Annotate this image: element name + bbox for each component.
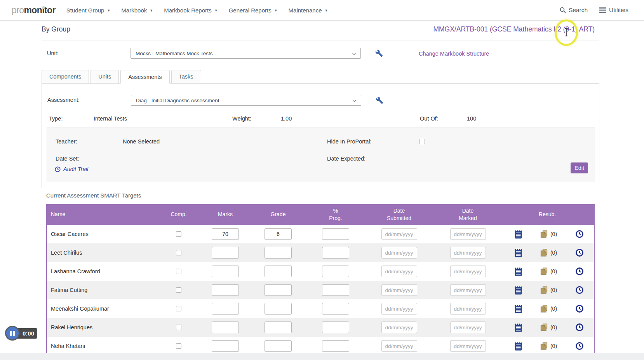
marks-table: Name Comp. Marks Grade % Prog. Date Subm…	[46, 204, 595, 353]
utilities-button[interactable]: Utilities	[599, 7, 628, 14]
student-name: Lashanna Crawford	[47, 262, 155, 281]
percent-progress-input[interactable]	[322, 228, 349, 240]
table-row: Fatima Cutting (0)	[47, 281, 594, 299]
column-header-percent-prog: % Prog.	[308, 204, 363, 225]
date-marked-input[interactable]	[450, 303, 486, 315]
percent-progress-input[interactable]	[322, 340, 349, 352]
student-name: Leet Chirilus	[47, 243, 155, 262]
nav-item-student-group[interactable]: Student Group▼	[61, 0, 116, 21]
resub-clock-icon[interactable]	[575, 267, 584, 276]
tab-assessments[interactable]: Assessments	[120, 70, 169, 84]
change-markbook-structure-link[interactable]: Change Markbook Structure	[419, 51, 489, 57]
search-button[interactable]: Search	[560, 7, 588, 14]
marks-input[interactable]	[212, 228, 239, 240]
resub-clock-icon[interactable]	[575, 323, 584, 332]
date-marked-input[interactable]	[450, 266, 486, 277]
comp-checkbox[interactable]	[176, 306, 181, 311]
notes-icon[interactable]	[515, 248, 522, 257]
grade-input[interactable]	[265, 340, 292, 352]
edit-button[interactable]: Edit	[571, 163, 588, 173]
percent-progress-input[interactable]	[322, 303, 349, 315]
marks-input[interactable]	[212, 266, 239, 277]
date-submitted-input[interactable]	[381, 228, 417, 240]
column-header-date-marked: Date Marked	[435, 204, 501, 225]
comp-checkbox[interactable]	[176, 269, 181, 274]
grade-input[interactable]	[265, 284, 292, 296]
resubmission-files-button[interactable]: (0)	[540, 342, 557, 350]
comp-checkbox[interactable]	[176, 231, 181, 237]
notes-icon[interactable]	[515, 342, 522, 351]
date-marked-input[interactable]	[450, 322, 486, 333]
unit-select[interactable]: Mocks - Mathematics Mock Tests	[131, 48, 361, 59]
grade-input[interactable]	[265, 247, 292, 259]
resubmission-files-button[interactable]: (0)	[540, 305, 557, 313]
marks-input[interactable]	[212, 284, 239, 296]
percent-progress-input[interactable]	[322, 322, 349, 333]
marks-input[interactable]	[212, 303, 239, 315]
date-marked-input[interactable]	[450, 284, 486, 296]
grade-input[interactable]	[265, 228, 292, 240]
weight-value: 1.00	[281, 115, 292, 122]
notes-icon[interactable]	[515, 323, 522, 332]
date-marked-input[interactable]	[450, 228, 486, 240]
tab-components[interactable]: Components	[42, 70, 89, 83]
resub-clock-icon[interactable]	[575, 342, 584, 350]
grade-input[interactable]	[265, 266, 292, 277]
comp-checkbox[interactable]	[176, 343, 181, 349]
nav-item-general-reports[interactable]: General Reports▼	[223, 0, 283, 21]
notes-icon[interactable]	[515, 230, 522, 239]
date-marked-input[interactable]	[450, 247, 486, 259]
date-marked-input[interactable]	[450, 340, 486, 352]
audit-trail-link[interactable]: Audit Trail	[55, 166, 88, 172]
search-icon	[560, 7, 566, 13]
unit-settings-wrench-icon[interactable]	[375, 49, 383, 57]
assessment-settings-wrench-icon[interactable]	[376, 96, 383, 104]
resub-clock-icon[interactable]	[575, 286, 584, 294]
date-submitted-input[interactable]	[381, 284, 417, 296]
notes-icon[interactable]	[515, 304, 522, 313]
percent-progress-input[interactable]	[322, 284, 349, 296]
marks-input[interactable]	[212, 247, 239, 259]
comp-checkbox[interactable]	[176, 250, 181, 255]
resubmission-files-button[interactable]: (0)	[540, 267, 557, 275]
resub-count: (0)	[550, 231, 557, 237]
tab-units[interactable]: Units	[91, 70, 119, 83]
nav-item-maintenance[interactable]: Maintenance▼	[283, 0, 334, 21]
student-name: Fatima Cutting	[47, 281, 155, 299]
date-submitted-input[interactable]	[381, 266, 417, 277]
resubmission-files-button[interactable]: (0)	[540, 249, 557, 257]
resubmission-files-button[interactable]: (0)	[540, 323, 557, 331]
comp-checkbox[interactable]	[176, 325, 181, 330]
date-submitted-input[interactable]	[381, 303, 417, 315]
percent-progress-input[interactable]	[322, 266, 349, 277]
resubmission-files-button[interactable]: (0)	[540, 286, 557, 294]
comp-checkbox[interactable]	[176, 287, 181, 293]
pause-button[interactable]	[5, 326, 20, 341]
column-header-marks: Marks	[202, 204, 248, 225]
grade-input[interactable]	[265, 322, 292, 333]
resubmission-files-button[interactable]: (0)	[540, 230, 557, 238]
date-submitted-input[interactable]	[381, 322, 417, 333]
resub-count: (0)	[550, 343, 557, 349]
assessment-label: Assessment:	[47, 97, 80, 103]
resub-clock-icon[interactable]	[575, 304, 584, 313]
notes-icon[interactable]	[515, 267, 522, 276]
nav-item-markbook[interactable]: Markbook▼	[116, 0, 158, 21]
promonitor-logo: promonıtor	[12, 5, 56, 16]
assessment-select[interactable]: Diag - Initial Diagnostic Assessment	[131, 95, 361, 106]
notes-icon[interactable]	[515, 286, 522, 295]
grade-input[interactable]	[265, 303, 292, 315]
date-submitted-input[interactable]	[381, 340, 417, 352]
clock-icon	[55, 166, 61, 172]
nav-item-markbook-reports[interactable]: Markbook Reports▼	[158, 0, 223, 21]
resub-clock-icon[interactable]	[575, 248, 584, 257]
marks-input[interactable]	[212, 322, 239, 333]
tab-tasks[interactable]: Tasks	[171, 70, 201, 83]
resub-clock-icon[interactable]	[575, 230, 584, 238]
date-submitted-input[interactable]	[381, 247, 417, 259]
hide-in-proportal-checkbox[interactable]	[419, 139, 425, 144]
unit-label: Unit:	[47, 50, 59, 56]
percent-progress-input[interactable]	[322, 247, 349, 259]
table-row: Lashanna Crawford (0)	[47, 262, 594, 281]
marks-input[interactable]	[212, 340, 239, 352]
